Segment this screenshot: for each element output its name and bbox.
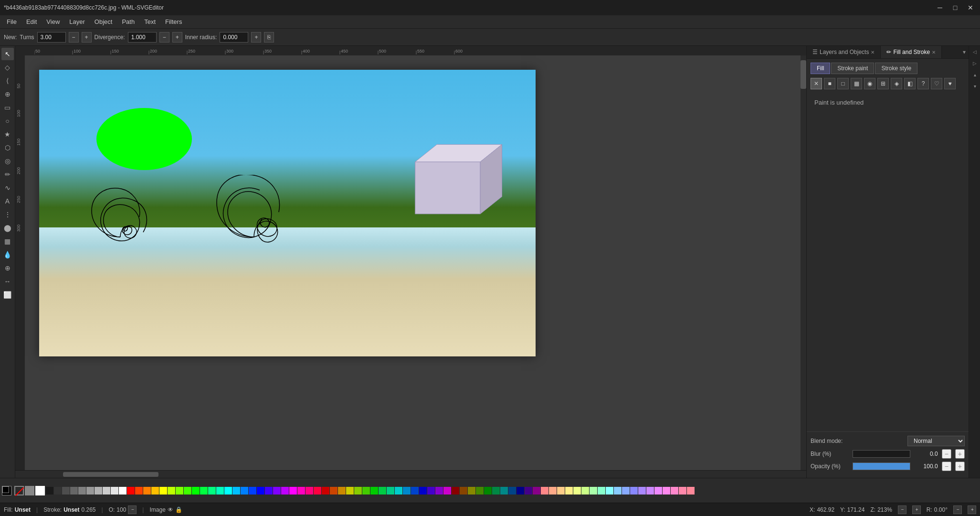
color-swatch[interactable] bbox=[508, 487, 516, 494]
minimize-button[interactable]: ─ bbox=[934, 2, 946, 13]
color-swatch[interactable] bbox=[273, 487, 281, 494]
inner-radius-increment[interactable]: + bbox=[251, 32, 261, 43]
paint-flat-btn[interactable]: ■ bbox=[824, 78, 835, 89]
snap-btn[interactable]: ⎘ bbox=[264, 32, 274, 43]
color-swatch[interactable] bbox=[362, 487, 370, 494]
paint-heart-outline-btn[interactable]: ♡ bbox=[931, 78, 942, 89]
color-swatch[interactable] bbox=[638, 487, 646, 494]
color-swatch[interactable] bbox=[516, 487, 524, 494]
color-swatch[interactable] bbox=[443, 487, 451, 494]
color-swatch[interactable] bbox=[241, 487, 248, 494]
color-swatch[interactable] bbox=[119, 487, 126, 494]
color-swatch[interactable] bbox=[557, 487, 565, 494]
color-swatch[interactable] bbox=[630, 487, 638, 494]
color-swatch[interactable] bbox=[192, 487, 200, 494]
color-swatch[interactable] bbox=[541, 487, 548, 494]
color-swatch[interactable] bbox=[533, 487, 540, 494]
color-swatch[interactable] bbox=[500, 487, 508, 494]
color-swatch[interactable] bbox=[306, 487, 313, 494]
none-swatch[interactable] bbox=[14, 486, 24, 495]
color-swatch[interactable] bbox=[476, 487, 484, 494]
color-swatch[interactable] bbox=[679, 487, 686, 494]
far-right-btn3[interactable]: ▴ bbox=[969, 69, 980, 80]
color-swatch[interactable] bbox=[435, 487, 443, 494]
canvas-scroll[interactable] bbox=[25, 55, 801, 470]
color-swatch[interactable] bbox=[492, 487, 500, 494]
menu-object[interactable]: Object bbox=[90, 16, 117, 27]
color-swatch[interactable] bbox=[289, 487, 297, 494]
paint-unknown-btn[interactable]: ? bbox=[917, 78, 929, 89]
select-tool[interactable]: ↖ bbox=[1, 48, 14, 60]
color-swatch[interactable] bbox=[265, 487, 273, 494]
rotation-increment-btn[interactable]: + bbox=[968, 505, 976, 514]
color-swatch[interactable] bbox=[606, 487, 613, 494]
blur-increment[interactable]: + bbox=[955, 449, 965, 459]
color-swatch[interactable] bbox=[598, 487, 605, 494]
color-swatch[interactable] bbox=[111, 487, 118, 494]
vertical-scrollbar[interactable] bbox=[801, 55, 806, 470]
tab-layers[interactable]: ☰ Layers and Objects ✕ bbox=[807, 46, 881, 58]
opacity-decrement-btn[interactable]: − bbox=[128, 505, 137, 514]
divergence-decrement[interactable]: − bbox=[159, 32, 169, 43]
fill-stroke-tab-close[interactable]: ✕ bbox=[932, 50, 936, 55]
color-swatch[interactable] bbox=[573, 487, 581, 494]
bezier-tool[interactable]: ∿ bbox=[1, 182, 14, 194]
color-swatch[interactable] bbox=[403, 487, 411, 494]
color-swatch[interactable] bbox=[216, 487, 224, 494]
divergence-increment[interactable]: + bbox=[172, 32, 182, 43]
menu-edit[interactable]: Edit bbox=[21, 16, 42, 27]
color-swatch[interactable] bbox=[46, 487, 53, 494]
spiral-tool[interactable]: ◎ bbox=[1, 155, 14, 167]
color-swatch[interactable] bbox=[159, 487, 167, 494]
color-swatch[interactable] bbox=[249, 487, 256, 494]
color-swatch[interactable] bbox=[127, 487, 135, 494]
menu-path[interactable]: Path bbox=[117, 16, 139, 27]
node-tool[interactable]: ◇ bbox=[1, 61, 14, 74]
color-swatch[interactable] bbox=[70, 487, 78, 494]
color-swatch[interactable] bbox=[370, 487, 378, 494]
color-swatch[interactable] bbox=[452, 487, 459, 494]
color-swatch[interactable] bbox=[460, 487, 467, 494]
paint-none-btn[interactable]: ✕ bbox=[811, 78, 822, 89]
color-swatch[interactable] bbox=[135, 487, 143, 494]
lock-icon[interactable]: 🔒 bbox=[175, 506, 182, 513]
eye-icon[interactable]: 👁 bbox=[168, 506, 173, 513]
fill-tool[interactable]: ⬤ bbox=[1, 222, 14, 234]
text-tool[interactable]: A bbox=[1, 195, 14, 207]
color-swatch[interactable] bbox=[411, 487, 419, 494]
dropper-tool[interactable]: 💧 bbox=[1, 248, 14, 261]
zoom-increment-btn[interactable]: + bbox=[912, 505, 921, 514]
tab-fill[interactable]: Fill bbox=[811, 63, 830, 74]
turns-input[interactable] bbox=[37, 32, 66, 43]
menu-layer[interactable]: Layer bbox=[64, 16, 90, 27]
color-swatch[interactable] bbox=[395, 487, 402, 494]
maximize-button[interactable]: □ bbox=[949, 2, 961, 13]
color-swatch[interactable] bbox=[614, 487, 622, 494]
zoom-tool[interactable]: ⊕ bbox=[1, 88, 14, 100]
color-swatch[interactable] bbox=[54, 487, 62, 494]
color-swatch[interactable] bbox=[484, 487, 492, 494]
color-swatch[interactable] bbox=[176, 487, 183, 494]
tweak-tool[interactable]: ⟨ bbox=[1, 75, 14, 87]
paint-heart-filled-btn[interactable]: ♥ bbox=[944, 78, 956, 89]
spiral-2[interactable] bbox=[197, 175, 311, 299]
color-swatch[interactable] bbox=[168, 487, 175, 494]
color-swatch[interactable] bbox=[297, 487, 305, 494]
color-swatch[interactable] bbox=[95, 487, 102, 494]
color-swatch[interactable] bbox=[314, 487, 321, 494]
tab-stroke-style[interactable]: Stroke style bbox=[875, 63, 917, 74]
blend-mode-select[interactable]: Normal Multiply Screen Overlay bbox=[907, 436, 965, 446]
color-swatch[interactable] bbox=[525, 487, 532, 494]
color-swatch[interactable] bbox=[687, 487, 695, 494]
color-swatch[interactable] bbox=[232, 487, 240, 494]
color-swatch[interactable] bbox=[338, 487, 346, 494]
rect-tool[interactable]: ▭ bbox=[1, 101, 14, 114]
menu-view[interactable]: View bbox=[42, 16, 64, 27]
color-swatch[interactable] bbox=[322, 487, 329, 494]
blur-slider-track[interactable] bbox=[853, 450, 910, 458]
inner-radius-input[interactable] bbox=[220, 32, 248, 43]
color-swatch[interactable] bbox=[281, 487, 289, 494]
color-swatch[interactable] bbox=[671, 487, 678, 494]
color-swatch[interactable] bbox=[379, 487, 386, 494]
color-swatch[interactable] bbox=[354, 487, 362, 494]
